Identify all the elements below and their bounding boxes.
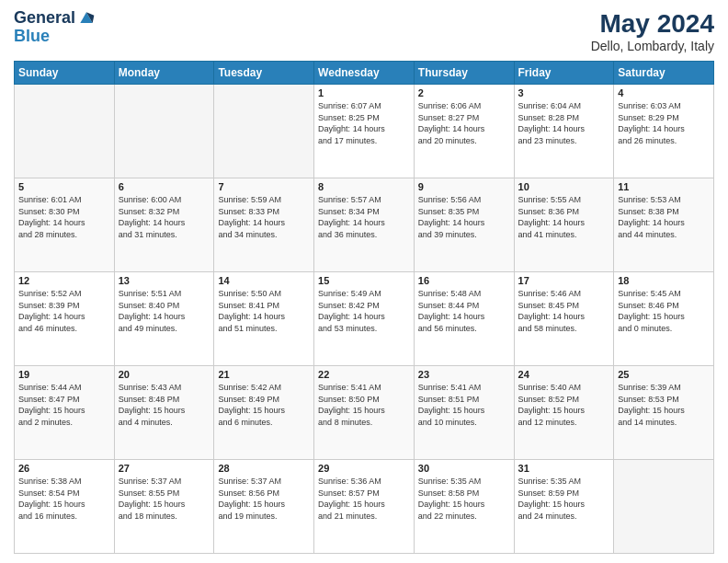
calendar-cell: 20Sunrise: 5:43 AM Sunset: 8:48 PM Dayli… xyxy=(114,366,214,460)
logo-blue: Blue xyxy=(14,28,96,46)
calendar-cell xyxy=(214,85,314,178)
day-info: Sunrise: 5:37 AM Sunset: 8:56 PM Dayligh… xyxy=(218,476,310,522)
day-number: 12 xyxy=(18,275,110,286)
day-info: Sunrise: 5:45 AM Sunset: 8:46 PM Dayligh… xyxy=(618,288,710,334)
day-number: 7 xyxy=(218,181,310,192)
calendar-cell: 15Sunrise: 5:49 AM Sunset: 8:42 PM Dayli… xyxy=(314,272,415,366)
day-number: 18 xyxy=(618,275,710,286)
day-number: 19 xyxy=(18,369,110,380)
calendar-cell: 2Sunrise: 6:06 AM Sunset: 8:27 PM Daylig… xyxy=(414,85,514,178)
day-info: Sunrise: 5:35 AM Sunset: 8:58 PM Dayligh… xyxy=(418,476,510,522)
calendar-cell: 7Sunrise: 5:59 AM Sunset: 8:33 PM Daylig… xyxy=(214,178,314,272)
day-number: 29 xyxy=(318,463,410,474)
day-number: 25 xyxy=(618,369,710,380)
calendar-cell: 5Sunrise: 6:01 AM Sunset: 8:30 PM Daylig… xyxy=(15,178,115,272)
col-thursday: Thursday xyxy=(414,62,514,85)
logo: General Blue xyxy=(14,9,96,46)
calendar-cell: 19Sunrise: 5:44 AM Sunset: 8:47 PM Dayli… xyxy=(15,366,115,460)
logo-general: General xyxy=(14,9,75,28)
day-number: 20 xyxy=(119,369,210,380)
calendar-cell: 24Sunrise: 5:40 AM Sunset: 8:52 PM Dayli… xyxy=(514,366,614,460)
day-number: 16 xyxy=(418,275,510,286)
calendar-header-row: Sunday Monday Tuesday Wednesday Thursday… xyxy=(15,62,714,85)
day-number: 2 xyxy=(418,87,510,98)
day-info: Sunrise: 6:01 AM Sunset: 8:30 PM Dayligh… xyxy=(18,194,110,240)
header: General Blue May 2024 Dello, Lombardy, I… xyxy=(14,9,714,53)
day-number: 24 xyxy=(518,369,610,380)
day-number: 10 xyxy=(518,181,610,192)
calendar-cell: 30Sunrise: 5:35 AM Sunset: 8:58 PM Dayli… xyxy=(414,460,514,554)
day-number: 1 xyxy=(318,87,410,98)
day-number: 26 xyxy=(18,463,110,474)
day-number: 6 xyxy=(119,181,210,192)
day-info: Sunrise: 6:06 AM Sunset: 8:27 PM Dayligh… xyxy=(418,100,510,146)
calendar-cell: 3Sunrise: 6:04 AM Sunset: 8:28 PM Daylig… xyxy=(514,85,614,178)
calendar-cell: 12Sunrise: 5:52 AM Sunset: 8:39 PM Dayli… xyxy=(15,272,115,366)
col-tuesday: Tuesday xyxy=(214,62,314,85)
day-number: 23 xyxy=(418,369,510,380)
logo-icon xyxy=(77,9,96,28)
day-number: 3 xyxy=(518,87,610,98)
calendar-cell: 11Sunrise: 5:53 AM Sunset: 8:38 PM Dayli… xyxy=(614,178,714,272)
col-sunday: Sunday xyxy=(15,62,115,85)
day-info: Sunrise: 5:53 AM Sunset: 8:38 PM Dayligh… xyxy=(618,194,710,240)
calendar-cell: 29Sunrise: 5:36 AM Sunset: 8:57 PM Dayli… xyxy=(314,460,415,554)
day-number: 21 xyxy=(218,369,310,380)
day-number: 5 xyxy=(18,181,110,192)
day-info: Sunrise: 5:39 AM Sunset: 8:53 PM Dayligh… xyxy=(618,382,710,428)
day-info: Sunrise: 5:50 AM Sunset: 8:41 PM Dayligh… xyxy=(218,288,310,334)
day-info: Sunrise: 5:55 AM Sunset: 8:36 PM Dayligh… xyxy=(518,194,610,240)
calendar-cell: 14Sunrise: 5:50 AM Sunset: 8:41 PM Dayli… xyxy=(214,272,314,366)
day-info: Sunrise: 5:42 AM Sunset: 8:49 PM Dayligh… xyxy=(218,382,310,428)
day-number: 15 xyxy=(318,275,410,286)
day-info: Sunrise: 5:41 AM Sunset: 8:51 PM Dayligh… xyxy=(418,382,510,428)
calendar-week-1: 1Sunrise: 6:07 AM Sunset: 8:25 PM Daylig… xyxy=(15,85,714,178)
day-info: Sunrise: 6:07 AM Sunset: 8:25 PM Dayligh… xyxy=(318,100,410,146)
day-info: Sunrise: 5:51 AM Sunset: 8:40 PM Dayligh… xyxy=(119,288,210,334)
calendar-cell: 18Sunrise: 5:45 AM Sunset: 8:46 PM Dayli… xyxy=(614,272,714,366)
day-number: 4 xyxy=(618,87,710,98)
calendar-cell: 16Sunrise: 5:48 AM Sunset: 8:44 PM Dayli… xyxy=(414,272,514,366)
day-info: Sunrise: 5:38 AM Sunset: 8:54 PM Dayligh… xyxy=(18,476,110,522)
calendar-cell: 25Sunrise: 5:39 AM Sunset: 8:53 PM Dayli… xyxy=(614,366,714,460)
col-friday: Friday xyxy=(514,62,614,85)
calendar-cell: 13Sunrise: 5:51 AM Sunset: 8:40 PM Dayli… xyxy=(114,272,214,366)
calendar-cell: 26Sunrise: 5:38 AM Sunset: 8:54 PM Dayli… xyxy=(15,460,115,554)
month-year-title: May 2024 xyxy=(591,9,714,39)
calendar-cell: 8Sunrise: 5:57 AM Sunset: 8:34 PM Daylig… xyxy=(314,178,415,272)
col-saturday: Saturday xyxy=(614,62,714,85)
day-info: Sunrise: 5:57 AM Sunset: 8:34 PM Dayligh… xyxy=(318,194,410,240)
day-number: 31 xyxy=(518,463,610,474)
calendar-cell: 31Sunrise: 5:35 AM Sunset: 8:59 PM Dayli… xyxy=(514,460,614,554)
calendar-cell: 9Sunrise: 5:56 AM Sunset: 8:35 PM Daylig… xyxy=(414,178,514,272)
calendar-cell: 10Sunrise: 5:55 AM Sunset: 8:36 PM Dayli… xyxy=(514,178,614,272)
day-info: Sunrise: 5:44 AM Sunset: 8:47 PM Dayligh… xyxy=(18,382,110,428)
day-number: 8 xyxy=(318,181,410,192)
day-info: Sunrise: 5:37 AM Sunset: 8:55 PM Dayligh… xyxy=(119,476,210,522)
day-info: Sunrise: 5:41 AM Sunset: 8:50 PM Dayligh… xyxy=(318,382,410,428)
calendar-cell xyxy=(15,85,115,178)
day-info: Sunrise: 5:48 AM Sunset: 8:44 PM Dayligh… xyxy=(418,288,510,334)
day-info: Sunrise: 5:59 AM Sunset: 8:33 PM Dayligh… xyxy=(218,194,310,240)
calendar-cell: 21Sunrise: 5:42 AM Sunset: 8:49 PM Dayli… xyxy=(214,366,314,460)
location-subtitle: Dello, Lombardy, Italy xyxy=(591,39,714,53)
day-number: 22 xyxy=(318,369,410,380)
title-area: May 2024 Dello, Lombardy, Italy xyxy=(591,9,714,53)
calendar-cell: 17Sunrise: 5:46 AM Sunset: 8:45 PM Dayli… xyxy=(514,272,614,366)
page: General Blue May 2024 Dello, Lombardy, I… xyxy=(0,0,728,563)
day-info: Sunrise: 6:00 AM Sunset: 8:32 PM Dayligh… xyxy=(119,194,210,240)
calendar-cell: 6Sunrise: 6:00 AM Sunset: 8:32 PM Daylig… xyxy=(114,178,214,272)
day-info: Sunrise: 5:46 AM Sunset: 8:45 PM Dayligh… xyxy=(518,288,610,334)
calendar-cell: 23Sunrise: 5:41 AM Sunset: 8:51 PM Dayli… xyxy=(414,366,514,460)
day-info: Sunrise: 6:04 AM Sunset: 8:28 PM Dayligh… xyxy=(518,100,610,146)
day-number: 11 xyxy=(618,181,710,192)
calendar-cell: 4Sunrise: 6:03 AM Sunset: 8:29 PM Daylig… xyxy=(614,85,714,178)
calendar-table: Sunday Monday Tuesday Wednesday Thursday… xyxy=(14,61,714,554)
day-info: Sunrise: 5:36 AM Sunset: 8:57 PM Dayligh… xyxy=(318,476,410,522)
calendar-week-4: 19Sunrise: 5:44 AM Sunset: 8:47 PM Dayli… xyxy=(15,366,714,460)
day-number: 27 xyxy=(119,463,210,474)
calendar-cell xyxy=(614,460,714,554)
day-info: Sunrise: 5:43 AM Sunset: 8:48 PM Dayligh… xyxy=(119,382,210,428)
day-number: 14 xyxy=(218,275,310,286)
calendar-cell: 28Sunrise: 5:37 AM Sunset: 8:56 PM Dayli… xyxy=(214,460,314,554)
